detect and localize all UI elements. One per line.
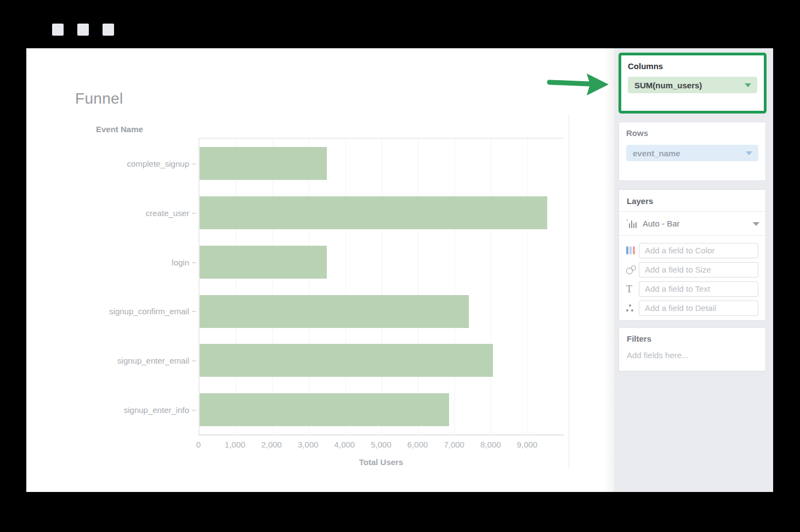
filters-drop-zone[interactable]: Add fields here... <box>627 350 758 360</box>
columns-panel-highlighted: Columns SUM(num_users) <box>619 53 767 114</box>
window-control-square-3[interactable] <box>103 24 114 36</box>
x-tick-label: 1,000 <box>225 440 246 449</box>
columns-field-label: SUM(num_users) <box>634 81 702 90</box>
window-control-square-1[interactable] <box>52 24 64 36</box>
rows-field-label: event_name <box>633 149 680 158</box>
x-axis-title: Total Users <box>198 457 564 467</box>
rows-header: Rows <box>626 128 758 138</box>
bar-signup_confirm_email[interactable] <box>200 295 469 328</box>
size-icon <box>626 265 636 274</box>
y-tick-mark <box>192 311 196 312</box>
add-field-to-size-input[interactable] <box>639 262 758 278</box>
chart-card-divider <box>569 114 569 469</box>
bar-complete_signup[interactable] <box>200 147 327 180</box>
layers-panel: Layers Auto - Bar <box>619 189 766 321</box>
add-field-to-color-input[interactable] <box>639 243 758 258</box>
bar-row: login <box>200 237 564 287</box>
x-axis-ticks: 01,0002,0003,0004,0005,0006,0007,0008,00… <box>198 440 564 451</box>
color-field-row <box>619 241 765 260</box>
category-label: complete_signup <box>127 159 189 168</box>
category-label: login <box>172 257 189 267</box>
bar-row: signup_enter_info <box>200 385 564 434</box>
columns-header: Columns <box>628 61 757 71</box>
y-tick-mark <box>192 163 196 165</box>
category-label: signup_enter_email <box>117 356 189 365</box>
x-tick-label: 5,000 <box>371 440 392 449</box>
rows-panel: Rows event_name <box>619 122 766 181</box>
chevron-down-icon[interactable] <box>753 222 759 226</box>
filters-panel: Filters Add fields here... <box>619 327 766 371</box>
plot-area: complete_signupcreate_userloginsignup_co… <box>198 138 564 434</box>
bar-signup_enter_email[interactable] <box>200 344 493 377</box>
x-tick-label: 2,000 <box>261 440 282 449</box>
y-tick-mark <box>192 410 196 411</box>
layers-header: Layers <box>619 190 765 211</box>
x-tick-label: 3,000 <box>298 440 319 449</box>
category-label: create_user <box>146 208 189 217</box>
add-field-to-detail-input[interactable] <box>639 301 758 316</box>
bar-chart-icon <box>627 219 637 228</box>
mark-type-label: Auto - Bar <box>643 219 680 228</box>
y-tick-mark <box>192 262 196 263</box>
bar-row: signup_enter_email <box>200 336 564 385</box>
bar-row: complete_signup <box>200 139 564 188</box>
category-label: signup_confirm_email <box>109 307 189 316</box>
x-tick-label: 8,000 <box>480 440 501 449</box>
bar-signup_enter_info[interactable] <box>200 393 449 426</box>
color-legend-icon <box>626 246 635 254</box>
x-tick-label: 9,000 <box>517 440 538 449</box>
arrow-right-icon <box>546 70 611 99</box>
x-tick-label: 6,000 <box>407 440 428 449</box>
bar-create_user[interactable] <box>200 196 547 229</box>
size-field-row <box>619 260 765 279</box>
window-control-square-2[interactable] <box>77 24 89 36</box>
y-tick-mark <box>192 213 196 214</box>
detail-field-row <box>619 298 765 318</box>
bar-login[interactable] <box>200 246 327 279</box>
detail-icon <box>626 304 634 312</box>
config-sidebar: Columns SUM(num_users) Rows event_name L… <box>614 48 773 492</box>
x-tick-label: 7,000 <box>444 440 464 449</box>
text-field-row: T <box>619 279 765 298</box>
chevron-down-icon[interactable] <box>745 83 751 87</box>
mark-type-selector[interactable]: Auto - Bar <box>619 212 765 235</box>
bar-row: create_user <box>200 188 564 237</box>
filters-header: Filters <box>627 334 758 343</box>
add-field-to-text-input[interactable] <box>639 281 758 297</box>
category-label: signup_enter_info <box>124 405 189 415</box>
x-tick-label: 0 <box>196 440 201 449</box>
chevron-down-icon[interactable] <box>746 151 752 155</box>
app-content: Funnel Event Name complete_signupcreate_… <box>26 48 773 492</box>
x-axis-line <box>198 434 564 435</box>
y-tick-mark <box>192 360 196 361</box>
text-icon: T <box>626 284 632 294</box>
chart-title: Funnel <box>75 90 123 107</box>
columns-field-pill[interactable]: SUM(num_users) <box>628 77 757 93</box>
rows-field-pill[interactable]: event_name <box>626 145 758 161</box>
y-axis-title: Event Name <box>96 124 143 134</box>
x-tick-label: 4,000 <box>334 440 355 449</box>
bar-row: signup_confirm_email <box>200 287 564 336</box>
